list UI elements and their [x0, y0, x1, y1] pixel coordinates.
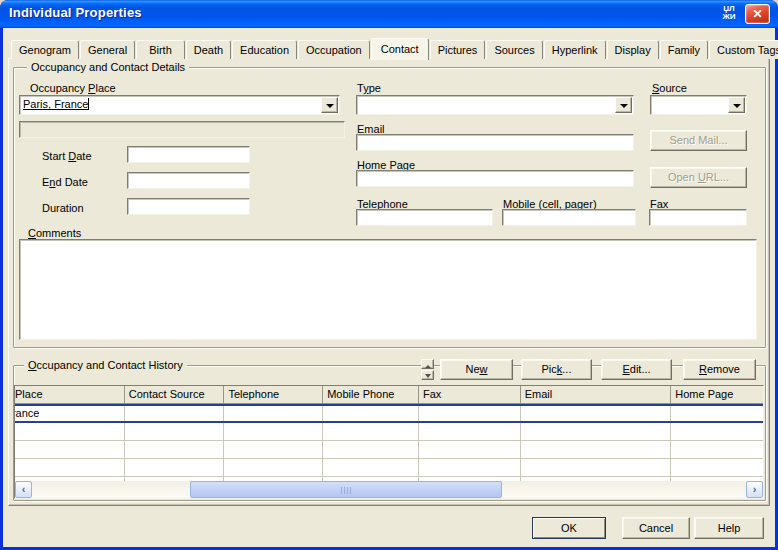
individual-properties-dialog: Individual Properties ЏЛ ЖИ ✕ Genogram G…: [0, 0, 778, 550]
cell-home-page: [671, 406, 763, 421]
end-date-label: End Date: [42, 176, 88, 188]
tab-custom-tags[interactable]: Custom Tags: [709, 40, 778, 59]
type-dropdown-icon[interactable]: [615, 97, 632, 113]
history-group-title: Occupancy and Contact History: [24, 359, 187, 371]
end-date-input[interactable]: [127, 172, 250, 189]
column-header-mobile-phone[interactable]: Mobile Phone: [323, 386, 419, 403]
scrollbar-grip-icon: [341, 487, 352, 494]
window-title: Individual Properties: [9, 5, 142, 20]
send-mail-button: Send Mail...: [650, 130, 747, 151]
spin-down-icon[interactable]: [421, 370, 434, 380]
cell-contact-source: [125, 406, 225, 421]
cell-place: Paris, France: [15, 407, 39, 419]
home-page-input[interactable]: [356, 170, 634, 187]
tab-display[interactable]: Display: [607, 40, 659, 59]
cell-email: [521, 406, 672, 421]
tab-general[interactable]: General: [80, 40, 135, 59]
telephone-input[interactable]: [356, 209, 493, 226]
comments-textarea[interactable]: [19, 239, 757, 340]
history-table-header: Place Contact Source Telephone Mobile Ph…: [15, 386, 763, 404]
table-row-selected[interactable]: Paris, France: [15, 404, 763, 423]
scroll-right-icon[interactable]: ›: [746, 481, 763, 498]
occupancy-place-value: Paris, France: [23, 98, 88, 110]
history-horizontal-scrollbar[interactable]: ‹ ›: [15, 481, 763, 498]
tab-sources[interactable]: Sources: [486, 40, 542, 59]
details-group-title: Occupancy and Contact Details: [27, 61, 189, 73]
new-button[interactable]: New: [440, 359, 513, 380]
spin-up-icon[interactable]: [421, 359, 434, 369]
cell-mobile-phone: [323, 406, 419, 421]
help-icon[interactable]: ЏЛ ЖИ: [716, 5, 742, 21]
column-header-telephone[interactable]: Telephone: [224, 386, 323, 403]
occupancy-place-combobox[interactable]: Paris, France: [19, 95, 340, 115]
column-header-place[interactable]: Place: [15, 386, 125, 403]
remove-button[interactable]: Remove: [683, 359, 756, 380]
cell-telephone: [224, 406, 323, 421]
open-url-button: Open URL...: [650, 167, 747, 188]
source-combobox[interactable]: [650, 95, 747, 115]
tab-contact[interactable]: Contact: [371, 38, 429, 60]
pick-button[interactable]: Pick...: [521, 359, 592, 380]
column-header-fax[interactable]: Fax: [419, 386, 521, 403]
history-spinner: [421, 359, 434, 380]
title-bar[interactable]: Individual Properties ЏЛ ЖИ ✕: [0, 0, 778, 28]
occupancy-place-dropdown-icon[interactable]: [321, 97, 338, 113]
tab-hyperlink[interactable]: Hyperlink: [544, 40, 606, 59]
source-dropdown-icon[interactable]: [728, 97, 745, 113]
tab-education[interactable]: Education: [232, 40, 297, 59]
cell-fax: [419, 406, 521, 421]
tab-family[interactable]: Family: [660, 40, 708, 59]
help-button[interactable]: Help: [694, 517, 764, 539]
source-label: Source: [652, 82, 687, 94]
scrollbar-thumb[interactable]: [190, 481, 502, 498]
start-date-input[interactable]: [127, 146, 250, 163]
column-header-home-page[interactable]: Home Page: [671, 386, 763, 403]
table-row-empty[interactable]: [15, 441, 763, 459]
close-button[interactable]: ✕: [745, 4, 770, 24]
occupancy-place-detail-readonly-field: [19, 121, 345, 138]
tab-genogram[interactable]: Genogram: [11, 40, 79, 59]
occupancy-place-label: Occupancy Place: [30, 82, 116, 94]
start-date-label: Start Date: [42, 150, 92, 162]
text-caret: [88, 98, 89, 110]
table-row-empty[interactable]: [15, 423, 763, 441]
tab-birth[interactable]: Birth: [136, 40, 185, 59]
mobile-input[interactable]: [502, 209, 636, 226]
close-icon: ✕: [752, 7, 762, 21]
ok-button[interactable]: OK: [532, 517, 606, 539]
duration-label: Duration: [42, 202, 84, 214]
column-header-contact-source[interactable]: Contact Source: [125, 386, 225, 403]
fax-input[interactable]: [649, 209, 747, 226]
email-input[interactable]: [356, 134, 634, 151]
tab-death[interactable]: Death: [186, 40, 231, 59]
scroll-left-icon[interactable]: ‹: [15, 481, 32, 498]
cancel-button[interactable]: Cancel: [622, 517, 690, 539]
type-combobox[interactable]: [356, 95, 634, 115]
column-header-email[interactable]: Email: [521, 386, 672, 403]
tab-occupation[interactable]: Occupation: [298, 40, 370, 59]
edit-button[interactable]: Edit...: [601, 359, 672, 380]
table-row-empty[interactable]: [15, 459, 763, 477]
tab-strip: Genogram General Birth Death Education O…: [11, 37, 778, 59]
type-label: Type: [357, 82, 381, 94]
tab-pictures[interactable]: Pictures: [430, 40, 486, 59]
comments-label: Comments: [28, 227, 81, 239]
duration-input[interactable]: [127, 198, 250, 215]
